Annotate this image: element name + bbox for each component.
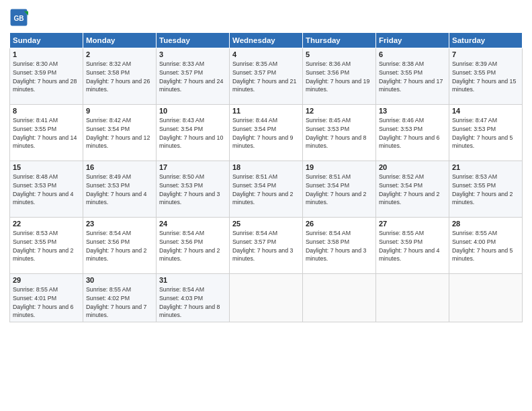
day-cell: 21Sunrise: 8:53 AMSunset: 3:55 PMDayligh… [449,161,523,218]
weekday-saturday: Saturday [449,33,523,48]
day-cell: 19Sunrise: 8:51 AMSunset: 3:54 PMDayligh… [303,161,376,218]
day-number: 17 [159,163,226,171]
day-cell: 9Sunrise: 8:42 AMSunset: 3:54 PMDaylight… [83,105,157,161]
day-cell: 15Sunrise: 8:48 AMSunset: 3:53 PMDayligh… [10,161,83,218]
day-cell: 20Sunrise: 8:52 AMSunset: 3:54 PMDayligh… [376,161,449,218]
day-number: 9 [86,107,153,115]
day-number: 8 [13,107,80,115]
day-number: 15 [13,163,80,171]
day-number: 13 [379,107,446,115]
weekday-tuesday: Tuesday [157,33,230,48]
day-cell: 4Sunrise: 8:35 AMSunset: 3:57 PMDaylight… [230,48,303,105]
day-info: Sunrise: 8:54 AMSunset: 3:56 PMDaylight:… [86,229,153,263]
day-number: 6 [379,50,446,58]
day-number: 10 [159,107,226,115]
header: GB [9,8,523,27]
day-cell: 25Sunrise: 8:54 AMSunset: 3:57 PMDayligh… [230,218,303,274]
calendar-body: 1Sunrise: 8:30 AMSunset: 3:59 PMDaylight… [10,48,523,322]
day-number: 26 [306,220,373,228]
day-info: Sunrise: 8:55 AMSunset: 4:02 PMDaylight:… [86,285,153,320]
day-cell: 13Sunrise: 8:46 AMSunset: 3:53 PMDayligh… [376,105,449,161]
day-number: 19 [306,163,373,171]
day-cell [376,274,449,322]
day-number: 11 [232,107,300,115]
day-info: Sunrise: 8:51 AMSunset: 3:54 PMDaylight:… [306,173,373,207]
weekday-sunday: Sunday [10,33,83,48]
day-number: 29 [13,276,80,284]
day-cell: 11Sunrise: 8:44 AMSunset: 3:54 PMDayligh… [230,105,303,161]
day-cell: 5Sunrise: 8:36 AMSunset: 3:56 PMDaylight… [303,48,376,105]
week-row-1: 1Sunrise: 8:30 AMSunset: 3:59 PMDaylight… [10,48,523,105]
day-number: 16 [86,163,153,171]
day-cell: 14Sunrise: 8:47 AMSunset: 3:53 PMDayligh… [449,105,523,161]
day-info: Sunrise: 8:36 AMSunset: 3:56 PMDaylight:… [306,60,373,94]
day-info: Sunrise: 8:42 AMSunset: 3:54 PMDaylight:… [86,116,153,150]
day-number: 12 [306,107,373,115]
svg-text:GB: GB [13,15,24,22]
day-info: Sunrise: 8:51 AMSunset: 3:54 PMDaylight:… [232,173,300,207]
day-number: 1 [13,50,80,58]
day-info: Sunrise: 8:53 AMSunset: 3:55 PMDaylight:… [452,173,519,207]
day-info: Sunrise: 8:35 AMSunset: 3:57 PMDaylight:… [232,60,300,94]
day-number: 28 [452,220,519,228]
day-number: 25 [232,220,300,228]
day-info: Sunrise: 8:55 AMSunset: 4:00 PMDaylight:… [452,229,519,263]
day-cell: 16Sunrise: 8:49 AMSunset: 3:53 PMDayligh… [83,161,157,218]
day-info: Sunrise: 8:52 AMSunset: 3:54 PMDaylight:… [379,173,446,207]
logo: GB [9,8,31,27]
day-cell: 12Sunrise: 8:45 AMSunset: 3:53 PMDayligh… [303,105,376,161]
day-cell: 17Sunrise: 8:50 AMSunset: 3:53 PMDayligh… [157,161,230,218]
day-info: Sunrise: 8:41 AMSunset: 3:55 PMDaylight:… [13,116,80,150]
day-info: Sunrise: 8:53 AMSunset: 3:55 PMDaylight:… [13,229,80,263]
day-number: 24 [159,220,226,228]
day-info: Sunrise: 8:54 AMSunset: 3:58 PMDaylight:… [306,229,373,263]
day-info: Sunrise: 8:55 AMSunset: 4:01 PMDaylight:… [13,285,80,320]
day-number: 5 [306,50,373,58]
day-number: 27 [379,220,446,228]
day-number: 30 [86,276,153,284]
day-info: Sunrise: 8:48 AMSunset: 3:53 PMDaylight:… [13,173,80,207]
weekday-thursday: Thursday [303,33,376,48]
day-cell: 7Sunrise: 8:39 AMSunset: 3:55 PMDaylight… [449,48,523,105]
day-cell: 23Sunrise: 8:54 AMSunset: 3:56 PMDayligh… [83,218,157,274]
day-number: 4 [232,50,300,58]
weekday-header-row: SundayMondayTuesdayWednesdayThursdayFrid… [10,33,523,48]
day-number: 21 [452,163,519,171]
day-info: Sunrise: 8:39 AMSunset: 3:55 PMDaylight:… [452,60,519,94]
calendar-table: SundayMondayTuesdayWednesdayThursdayFrid… [9,32,523,322]
day-info: Sunrise: 8:54 AMSunset: 3:57 PMDaylight:… [232,229,300,263]
week-row-3: 15Sunrise: 8:48 AMSunset: 3:53 PMDayligh… [10,161,523,218]
day-info: Sunrise: 8:45 AMSunset: 3:53 PMDaylight:… [306,116,373,150]
day-number: 23 [86,220,153,228]
week-row-5: 29Sunrise: 8:55 AMSunset: 4:01 PMDayligh… [10,274,523,322]
day-cell: 3Sunrise: 8:33 AMSunset: 3:57 PMDaylight… [157,48,230,105]
day-cell: 29Sunrise: 8:55 AMSunset: 4:01 PMDayligh… [10,274,83,322]
weekday-monday: Monday [83,33,157,48]
day-cell: 8Sunrise: 8:41 AMSunset: 3:55 PMDaylight… [10,105,83,161]
day-cell: 6Sunrise: 8:38 AMSunset: 3:55 PMDaylight… [376,48,449,105]
day-cell: 24Sunrise: 8:54 AMSunset: 3:56 PMDayligh… [157,218,230,274]
week-row-4: 22Sunrise: 8:53 AMSunset: 3:55 PMDayligh… [10,218,523,274]
day-cell [449,274,523,322]
day-cell: 26Sunrise: 8:54 AMSunset: 3:58 PMDayligh… [303,218,376,274]
day-cell: 30Sunrise: 8:55 AMSunset: 4:02 PMDayligh… [83,274,157,322]
day-number: 22 [13,220,80,228]
day-cell [230,274,303,322]
day-info: Sunrise: 8:46 AMSunset: 3:53 PMDaylight:… [379,116,446,150]
day-number: 3 [159,50,226,58]
day-info: Sunrise: 8:32 AMSunset: 3:58 PMDaylight:… [86,60,153,94]
week-row-2: 8Sunrise: 8:41 AMSunset: 3:55 PMDaylight… [10,105,523,161]
day-cell: 28Sunrise: 8:55 AMSunset: 4:00 PMDayligh… [449,218,523,274]
day-info: Sunrise: 8:50 AMSunset: 3:53 PMDaylight:… [159,173,226,207]
day-cell: 10Sunrise: 8:43 AMSunset: 3:54 PMDayligh… [157,105,230,161]
day-cell [303,274,376,322]
day-info: Sunrise: 8:47 AMSunset: 3:53 PMDaylight:… [452,116,519,150]
day-number: 2 [86,50,153,58]
day-cell: 1Sunrise: 8:30 AMSunset: 3:59 PMDaylight… [10,48,83,105]
day-number: 20 [379,163,446,171]
day-info: Sunrise: 8:30 AMSunset: 3:59 PMDaylight:… [13,60,80,94]
day-info: Sunrise: 8:44 AMSunset: 3:54 PMDaylight:… [232,116,300,150]
day-info: Sunrise: 8:55 AMSunset: 3:59 PMDaylight:… [379,229,446,263]
calendar-page: GB SundayMondayTuesdayWednesdayThursdayF… [0,0,532,411]
logo-icon: GB [9,8,28,27]
